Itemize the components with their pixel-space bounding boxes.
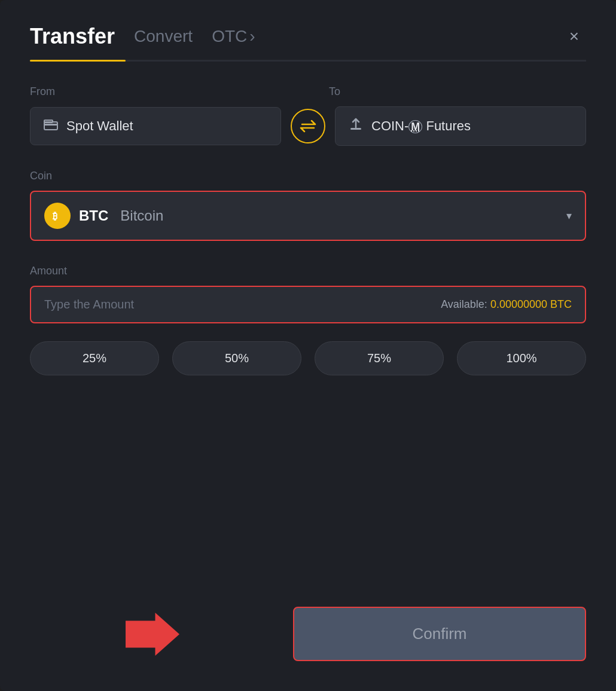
percentage-row: 25% 50% 75% 100% <box>30 341 586 375</box>
available-balance: Available: 0.00000000 BTC <box>441 298 572 311</box>
svg-text:₿: ₿ <box>53 211 57 221</box>
from-to-row: Spot Wallet COIN-M Futures <box>30 106 586 146</box>
amount-input-box: Available: 0.00000000 BTC <box>30 286 586 323</box>
bottom-area: Confirm <box>30 607 586 661</box>
arrow-icon <box>126 610 179 658</box>
coin-label: Coin <box>30 170 586 182</box>
pct-75-button[interactable]: 75% <box>315 341 444 375</box>
tab-otc[interactable]: OTC › <box>212 27 255 46</box>
coin-full-name: Bitcoin <box>120 207 163 224</box>
wallet-icon <box>44 118 58 134</box>
pct-100-button[interactable]: 100% <box>457 341 586 375</box>
amount-input[interactable] <box>44 298 441 311</box>
to-label: To <box>287 85 586 98</box>
spot-wallet-label: Spot Wallet <box>66 118 133 134</box>
tab-transfer[interactable]: Transfer <box>30 24 115 49</box>
available-value: 0.00000000 BTC <box>490 298 572 310</box>
btc-icon: ₿ <box>44 203 71 229</box>
amount-section: Amount Available: 0.00000000 BTC <box>30 265 586 341</box>
futures-icon <box>349 118 363 134</box>
svg-rect-3 <box>350 128 361 130</box>
svg-rect-1 <box>44 124 57 126</box>
coin-dropdown[interactable]: ₿ BTC Bitcoin ▾ <box>30 191 586 241</box>
close-button[interactable]: × <box>562 25 586 48</box>
chevron-down-icon: ▾ <box>566 209 572 222</box>
pct-25-button[interactable]: 25% <box>30 341 159 375</box>
confirm-button[interactable]: Confirm <box>293 607 586 661</box>
swap-button[interactable] <box>291 109 325 143</box>
tab-underline <box>30 60 586 62</box>
coin-symbol: BTC <box>79 207 108 224</box>
amount-label: Amount <box>30 265 586 277</box>
transfer-modal: Transfer Convert OTC › × From To Spot Wa… <box>0 0 616 691</box>
svg-marker-5 <box>126 613 179 656</box>
tab-convert[interactable]: Convert <box>134 27 193 46</box>
from-wallet-selector[interactable]: Spot Wallet <box>30 107 281 145</box>
pct-50-button[interactable]: 50% <box>172 341 301 375</box>
from-label: From <box>30 85 287 98</box>
from-to-labels: From To <box>30 85 586 98</box>
to-wallet-selector[interactable]: COIN-M Futures <box>335 106 586 146</box>
coin-section: Coin ₿ BTC Bitcoin ▾ <box>30 170 586 265</box>
modal-header: Transfer Convert OTC › × <box>30 24 586 49</box>
futures-label: COIN-M Futures <box>371 118 471 134</box>
arrow-indicator <box>126 610 179 658</box>
